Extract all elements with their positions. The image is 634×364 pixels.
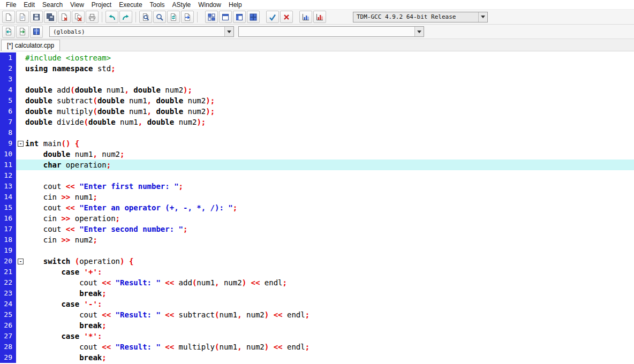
menu-item-search[interactable]: Search — [39, 0, 66, 10]
replace-button[interactable] — [167, 11, 180, 23]
profile-button[interactable] — [299, 11, 312, 23]
line-number[interactable]: 11 — [0, 160, 16, 170]
code-line[interactable]: 25 cout << "Result: " << subtract(num1, … — [0, 309, 634, 320]
line-number[interactable]: 16 — [0, 213, 16, 224]
code-line[interactable]: 26 break; — [0, 320, 634, 331]
line-number[interactable]: 19 — [0, 245, 16, 256]
line-number[interactable]: 22 — [0, 277, 16, 288]
code-line[interactable]: 1#include <iostream> — [0, 52, 634, 63]
line-number[interactable]: 2 — [0, 63, 16, 74]
menu-item-edit[interactable]: Edit — [20, 0, 39, 10]
line-number[interactable]: 20 — [0, 256, 16, 267]
code-line[interactable]: 7double divide(double num1, double num2)… — [0, 117, 634, 127]
code-line[interactable]: 2using namespace std; — [0, 63, 634, 74]
code-line[interactable]: 10 double num1, num2; — [0, 149, 634, 160]
line-number[interactable]: 10 — [0, 149, 16, 160]
line-number[interactable]: 23 — [0, 288, 16, 299]
code-line[interactable]: 4double add(double num1, double num2); — [0, 85, 634, 95]
code-line[interactable]: 27 case '*': — [0, 331, 634, 342]
open-file-button[interactable] — [16, 11, 29, 23]
line-number[interactable]: 8 — [0, 127, 16, 138]
print-button[interactable] — [86, 11, 99, 23]
line-number[interactable]: 29 — [0, 352, 16, 363]
window-button[interactable] — [219, 11, 232, 23]
line-number[interactable]: 13 — [0, 181, 16, 192]
menu-item-window[interactable]: Window — [194, 0, 225, 10]
code-line[interactable]: 16 cin >> operation; — [0, 213, 634, 224]
code-line[interactable]: 3 — [0, 74, 634, 85]
code-text: cin >> num1; — [25, 192, 634, 202]
line-number[interactable]: 1 — [0, 52, 16, 63]
members-select[interactable] — [238, 26, 424, 37]
menu-item-view[interactable]: View — [66, 0, 88, 10]
line-number[interactable]: 27 — [0, 331, 16, 342]
line-number[interactable]: 25 — [0, 309, 16, 320]
code-line[interactable]: 24 case '-': — [0, 299, 634, 309]
close-all-button[interactable] — [72, 11, 85, 23]
line-number[interactable]: 17 — [0, 224, 16, 234]
menu-item-file[interactable]: File — [2, 0, 20, 10]
code-line[interactable]: 29 break; — [0, 352, 634, 363]
find-button[interactable] — [139, 11, 152, 23]
line-number[interactable]: 7 — [0, 117, 16, 127]
fold-collapse-icon[interactable]: - — [18, 141, 24, 147]
find-in-files-button[interactable] — [153, 11, 166, 23]
goto-definition-button[interactable] — [16, 26, 29, 38]
line-number[interactable]: 3 — [0, 74, 16, 85]
code-line[interactable]: 8 — [0, 127, 634, 138]
close-button[interactable] — [58, 11, 71, 23]
code-line[interactable]: 23 break; — [0, 288, 634, 299]
fold-collapse-icon[interactable]: - — [18, 259, 24, 264]
line-number[interactable]: 9 — [0, 138, 16, 149]
line-number[interactable]: 5 — [0, 95, 16, 106]
menu-item-astyle[interactable]: AStyle — [169, 0, 195, 10]
redo-button[interactable] — [119, 11, 132, 23]
line-number[interactable]: 26 — [0, 320, 16, 331]
abort-compile-button[interactable] — [280, 11, 293, 23]
goto-declaration-button[interactable] — [2, 26, 15, 38]
line-number[interactable]: 24 — [0, 299, 16, 309]
code-line[interactable]: 19 — [0, 245, 634, 256]
code-line[interactable]: 21 case '+': — [0, 267, 634, 277]
code-line[interactable]: 14 cin >> num1; — [0, 192, 634, 202]
code-line[interactable]: 22 cout << "Result: " << add(num1, num2)… — [0, 277, 634, 288]
class-browser-button[interactable] — [30, 26, 43, 38]
code-line[interactable]: 17 cout << "Enter second number: "; — [0, 224, 634, 234]
editor[interactable]: 1#include <iostream>2using namespace std… — [0, 51, 634, 364]
line-number[interactable]: 21 — [0, 267, 16, 277]
new-file-button[interactable] — [2, 11, 15, 23]
code-line[interactable]: 12 — [0, 170, 634, 181]
menu-item-execute[interactable]: Execute — [115, 0, 146, 10]
compiler-select[interactable]: TDM-GCC 4.9.2 64-bit Release — [353, 12, 488, 22]
save-button[interactable] — [30, 11, 43, 23]
code-line[interactable]: 13 cout << "Enter first number: "; — [0, 181, 634, 192]
profile-delete-button[interactable] — [313, 11, 326, 23]
code-line[interactable]: 6double multiply(double num1, double num… — [0, 106, 634, 117]
code-line[interactable]: 20- switch (operation) { — [0, 256, 634, 267]
tab-calculator-cpp[interactable]: [*] calculator.cpp — [1, 40, 60, 51]
goto-line-button[interactable] — [181, 11, 194, 23]
line-number[interactable]: 12 — [0, 170, 16, 181]
menu-item-help[interactable]: Help — [225, 0, 246, 10]
syntax-check-button[interactable] — [266, 11, 279, 23]
tile-windows-button[interactable] — [247, 11, 260, 23]
save-all-button[interactable] — [44, 11, 57, 23]
line-number[interactable]: 6 — [0, 106, 16, 117]
code-line[interactable]: 18 cin >> num2; — [0, 234, 634, 245]
code-line[interactable]: 15 cout << "Enter an operator (+, -, *, … — [0, 202, 634, 213]
code-line[interactable]: 5double subtract(double num1, double num… — [0, 95, 634, 106]
menu-item-project[interactable]: Project — [88, 0, 115, 10]
menu-item-tools[interactable]: Tools — [146, 0, 169, 10]
code-line[interactable]: 28 cout << "Result: " << multiply(num1, … — [0, 342, 634, 352]
line-number[interactable]: 18 — [0, 234, 16, 245]
globals-select[interactable]: (globals) — [49, 26, 234, 37]
code-line[interactable]: 11 char operation; — [0, 160, 634, 170]
undo-button[interactable] — [105, 11, 118, 23]
line-number[interactable]: 28 — [0, 342, 16, 352]
split-view-button[interactable] — [233, 11, 246, 23]
project-view-button[interactable] — [205, 11, 218, 23]
line-number[interactable]: 4 — [0, 85, 16, 95]
line-number[interactable]: 15 — [0, 202, 16, 213]
line-number[interactable]: 14 — [0, 192, 16, 202]
code-line[interactable]: 9-int main() { — [0, 138, 634, 149]
